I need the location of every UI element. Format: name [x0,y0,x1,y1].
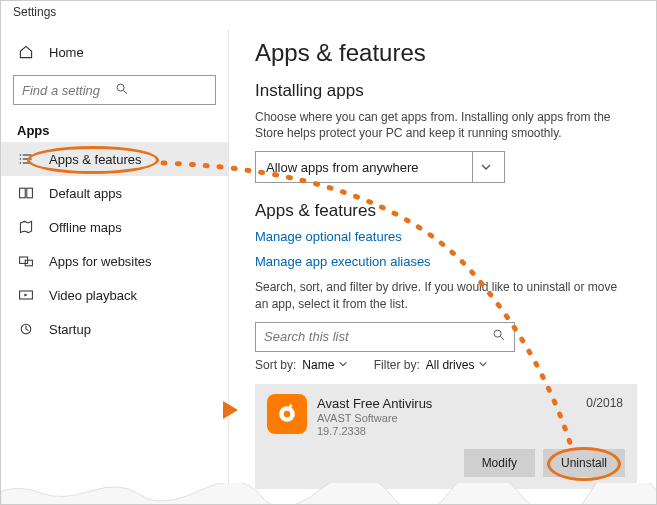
sidebar-item-label: Video playback [49,288,137,303]
avast-app-icon [267,394,307,434]
sidebar-item-offline-maps[interactable]: Offline maps [1,210,228,244]
filter-dropdown[interactable]: All drives [426,358,488,372]
sidebar-search[interactable]: Find a setting [13,75,216,105]
svg-rect-9 [27,188,33,198]
filter-label: Filter by: [374,358,420,372]
list-icon [17,150,35,168]
uninstall-button[interactable]: Uninstall [543,449,625,477]
search-apps-placeholder: Search this list [264,329,349,344]
sidebar-item-video-playback[interactable]: Video playback [1,278,228,312]
nav-home[interactable]: Home [1,35,228,69]
default-apps-icon [17,184,35,202]
apps-websites-icon [17,252,35,270]
sidebar-item-default-apps[interactable]: Default apps [1,176,228,210]
chevron-down-icon [478,358,488,372]
svg-line-1 [123,90,127,94]
nav-home-label: Home [49,45,84,60]
window-title: Settings [1,1,656,29]
search-icon [115,82,208,99]
app-version: 19.7.2338 [317,425,625,437]
main-panel: Apps & features Installing apps Choose w… [229,29,656,504]
sidebar-category: Apps [1,115,228,142]
sidebar-item-startup[interactable]: Startup [1,312,228,346]
svg-point-17 [284,411,291,418]
map-icon [17,218,35,236]
manage-execution-aliases-link[interactable]: Manage app execution aliases [255,254,630,269]
app-install-date: 0/2018 [586,396,623,410]
sidebar-item-label: Default apps [49,186,122,201]
installing-apps-heading: Installing apps [255,81,630,101]
sidebar-item-apps-features[interactable]: Apps & features [1,142,228,176]
installing-apps-desc: Choose where you can get apps from. Inst… [255,109,625,141]
app-list-item[interactable]: Avast Free Antivirus AVAST Software 19.7… [255,384,637,489]
torn-edge-decoration [1,483,657,505]
sidebar-item-label: Apps & features [49,152,142,167]
svg-point-0 [117,84,124,91]
install-source-dropdown[interactable]: Allow apps from anywhere [255,151,505,183]
sort-value: Name [302,358,334,372]
sidebar-search-placeholder: Find a setting [22,83,115,98]
manage-optional-features-link[interactable]: Manage optional features [255,229,630,244]
search-desc: Search, sort, and filter by drive. If yo… [255,279,625,311]
sort-dropdown[interactable]: Name [302,358,347,372]
sidebar: Home Find a setting Apps Apps & features [1,29,229,504]
page-title: Apps & features [255,39,630,67]
video-icon [17,286,35,304]
search-apps-input[interactable]: Search this list [255,322,515,352]
app-publisher: AVAST Software [317,412,625,424]
search-icon [492,328,506,345]
sidebar-item-apps-websites[interactable]: Apps for websites [1,244,228,278]
app-name: Avast Free Antivirus [317,396,625,411]
svg-rect-8 [20,188,26,198]
startup-icon [17,320,35,338]
sort-label: Sort by: [255,358,296,372]
home-icon [17,43,35,61]
chevron-down-icon [472,152,498,182]
install-source-value: Allow apps from anywhere [266,160,418,175]
svg-point-14 [494,330,501,337]
modify-button[interactable]: Modify [464,449,535,477]
sidebar-item-label: Apps for websites [49,254,152,269]
svg-line-15 [500,337,504,341]
annotation-arrow-icon [223,401,238,419]
apps-features-heading: Apps & features [255,201,630,221]
filter-value: All drives [426,358,475,372]
chevron-down-icon [338,358,348,372]
sidebar-item-label: Startup [49,322,91,337]
sidebar-item-label: Offline maps [49,220,122,235]
